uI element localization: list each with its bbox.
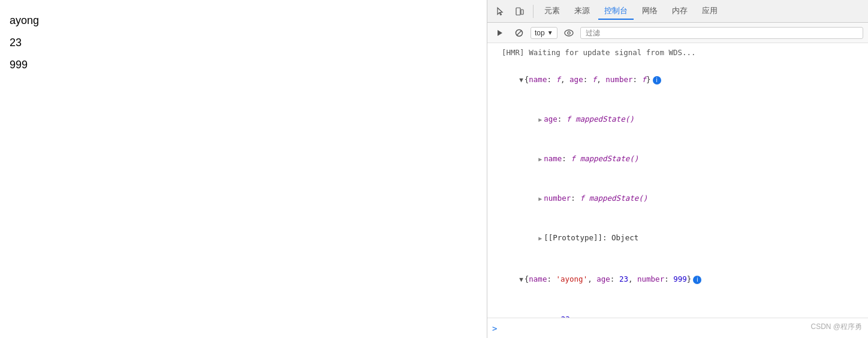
svg-rect-1 [521, 10, 523, 14]
expand-arrow: ▶ [538, 235, 542, 242]
tree1-info-icon[interactable]: i [653, 76, 661, 84]
tab-application[interactable]: 应用 [696, 3, 724, 20]
block-button[interactable] [511, 25, 527, 41]
tree2-root[interactable]: ▼{name: 'ayong', age: 23, number: 999}i [487, 259, 868, 299]
device-icon-btn[interactable] [511, 3, 528, 20]
tree2-info-icon[interactable]: i [693, 276, 701, 284]
run-button[interactable] [492, 25, 508, 41]
hmr-line: [HMR] Waiting for update signal from WDS… [487, 46, 868, 60]
console-prompt: > [492, 324, 497, 333]
expand-arrow: ▶ [538, 156, 542, 162]
tree1-name[interactable]: ▶name: f mappedState() [487, 139, 868, 179]
tree2-age: age: 23 [487, 299, 868, 318]
expand-arrow: ▶ [538, 195, 542, 202]
eye-button[interactable] [561, 25, 577, 41]
expand-arrow: ▶ [538, 116, 542, 123]
nav-divider-1 [533, 5, 534, 18]
svg-marker-2 [498, 30, 502, 36]
context-selector[interactable]: top ▼ [531, 27, 557, 39]
svg-line-4 [517, 31, 522, 35]
tree1-number[interactable]: ▶number: f mappedState() [487, 179, 868, 218]
tree1-prototype[interactable]: ▶[[Prototype]]: Object [487, 218, 868, 257]
devtools-nav: 元素 来源 控制台 网络 内存 应用 [487, 0, 868, 23]
context-label: top [535, 29, 545, 37]
cursor-icon-btn[interactable] [492, 3, 509, 20]
tab-network[interactable]: 网络 [636, 3, 664, 20]
left-panel: ayong 23 999 [0, 0, 487, 338]
watermark: CSDN @程序勇 [810, 322, 862, 332]
tab-console[interactable]: 控制台 [598, 3, 634, 20]
devtools-panel: 元素 来源 控制台 网络 内存 应用 top ▼ [487, 0, 868, 338]
tree1-triangle: ▼ [519, 76, 523, 84]
console-input[interactable] [501, 324, 863, 333]
page-text-ayong: ayong [10, 12, 477, 29]
dropdown-icon: ▼ [547, 29, 553, 36]
console-output: [HMR] Waiting for update signal from WDS… [487, 43, 868, 318]
tree1-age[interactable]: ▶age: f mappedState() [487, 99, 868, 139]
tree1-root[interactable]: ▼{name: f, age: f, number: f}i [487, 60, 868, 99]
page-text-999: 999 [10, 56, 477, 74]
devtools-toolbar: top ▼ [487, 23, 868, 43]
tree2-triangle: ▼ [519, 276, 523, 283]
tab-memory[interactable]: 内存 [666, 3, 694, 20]
tab-sources[interactable]: 来源 [568, 3, 596, 20]
svg-point-6 [567, 31, 569, 34]
tab-elements[interactable]: 元素 [538, 3, 566, 20]
filter-input[interactable] [580, 27, 863, 39]
svg-point-5 [565, 30, 573, 36]
page-text-23: 23 [10, 34, 477, 52]
svg-rect-0 [516, 8, 520, 15]
